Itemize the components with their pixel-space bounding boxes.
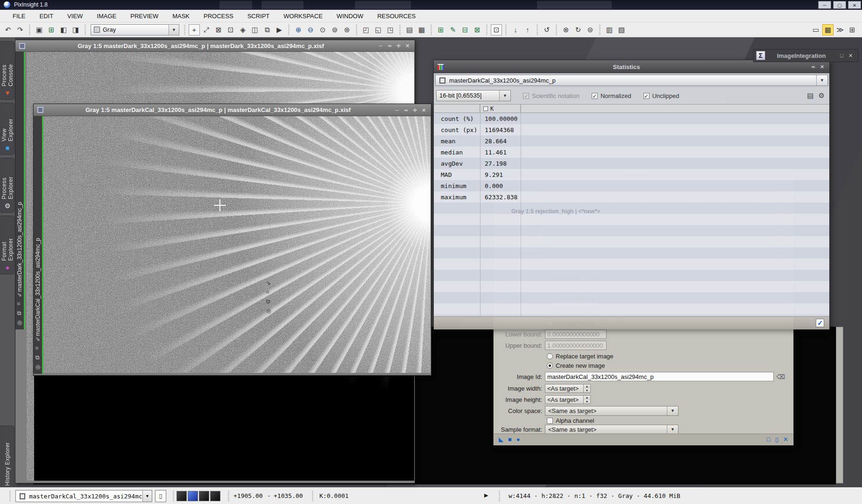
statistics-settings-icon[interactable]: ⚙ (816, 91, 827, 100)
zoom-out-icon[interactable]: ⊖ (305, 24, 316, 35)
range-select[interactable]: 16-bit [0,65535] ▼ (436, 90, 511, 101)
normalized-option[interactable]: ✓ Normalized (592, 92, 631, 99)
history-down-icon[interactable]: ↓ (510, 24, 521, 35)
zoom-in-icon[interactable]: ⊕ (293, 24, 304, 35)
image-height-stepper[interactable]: <As target> ▲▼ (545, 395, 591, 404)
pause-icon[interactable]: ⊜ (585, 24, 596, 35)
target-icon[interactable]: ◎ (35, 364, 40, 370)
channel-selector-combobox[interactable]: Gray▼ (91, 24, 179, 35)
toolbar-separator[interactable] (28, 25, 31, 35)
toolbar-separator[interactable] (430, 25, 433, 35)
frame-icon[interactable]: ⌗ (266, 289, 271, 295)
target-icon[interactable]: ◎ (266, 308, 271, 314)
color-space-select[interactable]: <Same as target> ▼ (545, 406, 678, 416)
browse-documentation-button[interactable]: □ (767, 436, 770, 443)
menu-window[interactable]: WINDOW (330, 10, 370, 22)
menu-file[interactable]: FILE (6, 10, 32, 22)
window-minimize-button[interactable]: ─ (818, 1, 831, 9)
process-clone-icon[interactable]: ⊠ (472, 24, 483, 35)
view-selector-combobox[interactable]: masterDarkCal_33x1200s_asi294mc_p ▼ (435, 75, 828, 86)
duplicate-preview-icon[interactable]: ◱ (373, 24, 384, 35)
resize-handle-icon[interactable]: ⇘ (17, 292, 22, 298)
undo-icon[interactable]: ↶ (2, 24, 14, 35)
unclipped-option[interactable]: ✓ Unclipped (643, 92, 679, 99)
redo-icon[interactable]: ↷ (14, 24, 26, 35)
menu-view[interactable]: VIEW (60, 10, 90, 22)
toolbar-separator[interactable] (398, 25, 402, 35)
zoom-11-icon[interactable]: ⊙ (317, 24, 328, 35)
close-button[interactable]: ✕ (403, 42, 412, 49)
menu-edit[interactable]: EDIT (32, 10, 60, 22)
toolbar-separator[interactable] (536, 25, 539, 35)
readout-swatch[interactable] (199, 491, 209, 501)
menu-process[interactable]: PROCESS (197, 10, 240, 22)
toolbar-separator[interactable] (287, 25, 290, 35)
masterdark-title-bar[interactable]: Gray 1:5 masterDark_33x1200s_asi294mc_p … (15, 40, 415, 52)
masterdarkcal-view-tab[interactable]: masterDarkCal_33x1200s_asi294mc_p ⇘ ⌗ ⧉ … (34, 116, 43, 374)
spin-down-icon[interactable]: ▼ (584, 389, 590, 393)
readout-mode-icon[interactable]: ▦ (416, 24, 427, 35)
window-maximize-button[interactable]: ▢ (833, 1, 846, 9)
sidebar-item-format-explorer[interactable]: Format Explorer ● (0, 216, 14, 274)
replace-target-option[interactable]: Replace target image (547, 353, 614, 360)
masterdarkcal-image-canvas[interactable] (43, 116, 431, 373)
layout-1-icon[interactable]: ▥ (604, 24, 615, 35)
new-instance-button[interactable]: ● (516, 436, 520, 443)
resize-handle-icon[interactable]: ⇘ (266, 280, 271, 286)
play-icon[interactable]: ▶ (484, 492, 488, 498)
mask-right-icon[interactable]: ◨ (70, 24, 81, 35)
zoom-fit-icon[interactable]: ⊚ (329, 24, 340, 35)
mask-left-icon[interactable]: ◧ (58, 24, 69, 35)
view-id-icon[interactable]: ▣ (34, 24, 45, 35)
new-view-icon[interactable]: ⊞ (46, 24, 57, 35)
lower-bound-input[interactable]: 0.00000000000000 (545, 329, 607, 339)
spin-down-icon[interactable]: ▼ (584, 400, 590, 404)
drag-grip[interactable] (8, 491, 12, 501)
readout-icon[interactable]: ▤ (404, 24, 415, 35)
readout-swatch[interactable] (210, 491, 220, 501)
scientific-notation-option[interactable]: ✓ Scientific notation (523, 92, 579, 99)
pin-button[interactable]: ✛ (394, 42, 403, 49)
toolbar-separator[interactable] (183, 25, 186, 35)
create-new-image-option[interactable]: Create new image (547, 362, 605, 369)
shrink-view-icon[interactable]: ⊠ (213, 24, 224, 35)
new-preview-icon[interactable]: ◰ (360, 24, 372, 35)
menu-workspace[interactable]: WORKSPACE (276, 10, 330, 22)
thumbnail-toggle-button[interactable]: ▯ (155, 490, 166, 502)
drag-grip[interactable] (172, 491, 175, 501)
column-k-header[interactable]: K (480, 105, 521, 112)
toolbar-separator[interactable] (555, 25, 558, 35)
shade-button[interactable]: ≂ (385, 42, 394, 49)
abort-icon[interactable]: ⊗ (560, 24, 572, 35)
workspace-grid-icon[interactable]: ▦ (822, 24, 834, 35)
statistics-list-icon[interactable]: ▤ (805, 91, 816, 100)
cursor-icon[interactable]: ▶ (274, 24, 285, 35)
shade-button[interactable]: ≂ (809, 63, 818, 70)
copy-icon[interactable]: ⧉ (35, 355, 40, 361)
menu-image[interactable]: IMAGE (90, 10, 123, 22)
clear-field-icon[interactable]: ⌫ (777, 373, 785, 380)
drag-grip[interactable] (311, 491, 314, 501)
masterdark-view-tab[interactable]: masterDark_33x1200s_asi294mc_p ⇘ ⌗ ⧉ ◎ (15, 52, 25, 329)
layout-2-icon[interactable]: ▧ (616, 24, 627, 35)
panel-left-icon[interactable]: ◫ (249, 24, 261, 35)
process-container-icon[interactable]: ⊡ (491, 24, 502, 35)
reset-button[interactable]: ✕ (783, 436, 788, 443)
history-up-icon[interactable]: ↑ (522, 24, 533, 35)
frame-icon[interactable]: ⌗ (17, 301, 22, 307)
menu-resources[interactable]: RESOURCES (370, 10, 423, 22)
iconize-button[interactable]: ─ (376, 42, 385, 49)
overflow-chevron-icon[interactable]: ≫ (834, 24, 846, 35)
image-width-stepper[interactable]: <As target> ▲▼ (545, 384, 591, 393)
masterdarkcal-title-bar[interactable]: Gray 1:5 masterDarkCal_33x1200s_asi294mc… (34, 104, 431, 116)
process-new-icon[interactable]: ⊞ (435, 24, 446, 35)
drag-grip[interactable] (227, 491, 230, 501)
fit-view-icon[interactable]: ⊡ (225, 24, 236, 35)
process-edit-icon[interactable]: ✎ (447, 24, 459, 35)
toolbar-separator[interactable] (598, 25, 601, 35)
menu-preview[interactable]: PREVIEW (123, 10, 165, 22)
apply-global-button[interactable]: ■ (508, 436, 512, 443)
sidebar-item-view-explorer[interactable]: View Explorer ■ (0, 103, 14, 155)
spin-up-icon[interactable]: ▲ (584, 385, 590, 389)
track-view-icon[interactable]: + (189, 24, 200, 35)
